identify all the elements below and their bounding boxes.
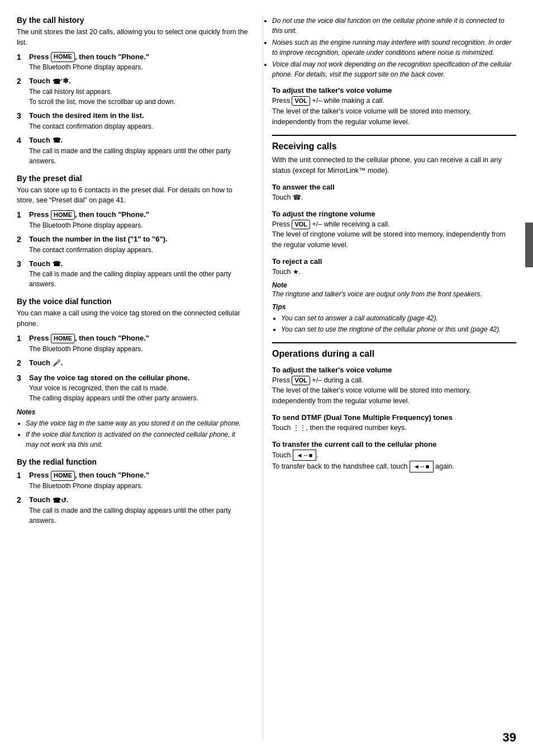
redial-title: By the redial function xyxy=(17,457,249,466)
step-content: Touch ☎↺. The call is made and the calli… xyxy=(29,494,249,526)
step-item: 1 Press HOME, then touch "Phone." The Bl… xyxy=(17,333,249,354)
call-icon: ☎ xyxy=(53,259,61,269)
note-label: Note xyxy=(272,281,287,289)
dtmf-text: Touch ⋮⋮, then the required number keys. xyxy=(272,423,516,433)
receiving-calls-title: Receiving calls xyxy=(272,141,516,152)
step-number: 3 xyxy=(17,110,26,131)
voice-dial-steps: 1 Press HOME, then touch "Phone." The Bl… xyxy=(17,333,249,404)
answer-call-text: Touch ☎. xyxy=(272,192,516,203)
page-number: 39 xyxy=(503,730,516,745)
step-bold: Touch ☎. xyxy=(29,136,63,144)
answer-call-title: To answer the call xyxy=(272,183,516,191)
operations-title: Operations during a call xyxy=(272,349,516,359)
step-content: Touch ☎’❄. The call history list appears… xyxy=(29,75,175,107)
dtmf-icon: ⋮⋮ xyxy=(293,423,306,433)
history-icon: ☎’ xyxy=(53,77,63,87)
step-sub: The call is made and the calling display… xyxy=(29,269,249,289)
notes-label: Notes xyxy=(17,408,35,416)
step-item: 2 Touch ☎’❄. The call history list appea… xyxy=(17,75,249,107)
redial-icon: ☎↺ xyxy=(53,495,66,505)
step-item: 3 Touch ☎. The call is made and the call… xyxy=(17,258,249,290)
step-number: 1 xyxy=(17,51,26,73)
warning-item: Do not use the voice dial function on th… xyxy=(272,16,516,36)
answer-call-icon: ☎ xyxy=(293,192,301,202)
step-item: 2 Touch ☎↺. The call is made and the cal… xyxy=(17,494,249,526)
step-item: 3 Say the voice tag stored on the cellul… xyxy=(17,372,249,404)
transfer-text: Touch ◄↔■. To transfer back to the hands… xyxy=(272,450,516,472)
left-column: By the call history The unit stores the … xyxy=(17,16,263,740)
reject-note: Note The ringtone and talker's voice are… xyxy=(272,281,516,299)
step-number: 3 xyxy=(17,372,26,404)
warning-item: Noises such as the engine running may in… xyxy=(272,37,516,58)
step-sub: Your voice is recognized, then the call … xyxy=(29,383,198,403)
step-bold: Press HOME, then touch "Phone." xyxy=(29,334,149,342)
step-content: Say the voice tag stored on the cellular… xyxy=(29,372,198,404)
step-sub: The Bluetooth Phone display appears. xyxy=(29,62,149,72)
note-item: Say the voice tag in the same way as you… xyxy=(26,418,249,428)
warnings-list: Do not use the voice dial function on th… xyxy=(272,16,516,79)
step-content: Press HOME, then touch "Phone." The Blue… xyxy=(29,333,149,354)
step-number: 1 xyxy=(17,333,26,354)
step-sub: The call history list appears.To scroll … xyxy=(29,87,175,107)
vol-key-2: VOL xyxy=(292,220,310,229)
home-key: HOME xyxy=(51,334,75,343)
divider-2 xyxy=(272,342,516,343)
step-bold: Press HOME, then touch "Phone." xyxy=(29,471,149,479)
divider-1 xyxy=(272,135,516,136)
step-item: 1 Press HOME, then touch "Phone." The Bl… xyxy=(17,209,249,230)
call-icon: ☎ xyxy=(53,135,61,145)
dtmf-title: To send DTMF (Dual Tone Multiple Frequen… xyxy=(272,413,516,422)
step-sub: The Bluetooth Phone display appears. xyxy=(29,220,149,230)
reject-icon: ★ xyxy=(293,267,299,277)
transfer-title: To transfer the current call to the cell… xyxy=(272,440,516,448)
ringtone-volume-text: Press VOL +/– while receiving a call. Th… xyxy=(272,219,516,251)
warning-item: Voice dial may not work depending on the… xyxy=(272,59,516,79)
home-key: HOME xyxy=(51,471,75,480)
step-content: Touch 🎤. xyxy=(29,357,63,369)
step-item: 1 Press HOME, then touch "Phone." The Bl… xyxy=(17,470,249,491)
right-column: Do not use the voice dial function on th… xyxy=(263,16,516,740)
transfer-icon: ◄↔■ xyxy=(293,450,317,461)
ringtone-volume-title: To adjust the ringtone volume xyxy=(272,210,516,218)
reject-call-title: To reject a call xyxy=(272,257,516,266)
accent-bar xyxy=(525,223,533,267)
receiving-calls-intro: With the unit connected to the cellular … xyxy=(272,155,516,176)
ops-talker-volume-title: To adjust the talker's voice volume xyxy=(272,366,516,374)
tips-label: Tips xyxy=(272,303,285,311)
home-key: HOME xyxy=(51,52,75,62)
note-text: The ringtone and talker's voice are outp… xyxy=(272,289,516,299)
step-sub: The contact confirmation display appears… xyxy=(29,245,168,255)
call-history-intro: The unit stores the last 20 calls, allow… xyxy=(17,27,249,48)
step-bold: Say the voice tag stored on the cellular… xyxy=(29,374,190,382)
step-bold: Touch ☎. xyxy=(29,259,63,268)
tips-block: Tips You can set to answer a call automa… xyxy=(272,303,516,334)
notes-list: Say the voice tag in the same way as you… xyxy=(17,418,249,450)
call-history-title: By the call history xyxy=(17,16,249,25)
step-bold: Press HOME, then touch "Phone." xyxy=(29,210,149,219)
step-content: Touch the number in the list ("1" to "6"… xyxy=(29,234,168,255)
reject-call-text: Touch ★. xyxy=(272,267,516,277)
step-bold: Touch the desired item in the list. xyxy=(29,111,144,120)
transfer-icon-2: ◄↔■ xyxy=(410,461,434,472)
step-number: 2 xyxy=(17,75,26,107)
note-item: If the voice dial function is activated … xyxy=(26,429,249,450)
step-bold: Touch the number in the list ("1" to "6"… xyxy=(29,235,168,243)
step-content: Touch the desired item in the list. The … xyxy=(29,110,153,131)
preset-dial-steps: 1 Press HOME, then touch "Phone." The Bl… xyxy=(17,209,249,289)
step-content: Press HOME, then touch "Phone." The Blue… xyxy=(29,51,149,73)
call-history-steps: 1 Press HOME, then touch "Phone." The Bl… xyxy=(17,51,249,166)
step-item: 4 Touch ☎. The call is made and the call… xyxy=(17,135,249,166)
step-number: 2 xyxy=(17,357,26,369)
step-item: 2 Touch 🎤. xyxy=(17,357,249,369)
step-sub: The contact confirmation display appears… xyxy=(29,121,153,131)
step-bold: Press HOME, then touch "Phone." xyxy=(29,53,149,61)
step-content: Touch ☎. The call is made and the callin… xyxy=(29,258,249,290)
step-content: Press HOME, then touch "Phone." The Blue… xyxy=(29,209,149,230)
home-key: HOME xyxy=(51,210,75,220)
ops-talker-volume-text: Press VOL +/– during a call. The level o… xyxy=(272,375,516,407)
tips-list: You can set to answer a call automatical… xyxy=(272,313,516,334)
step-sub: The Bluetooth Phone display appears. xyxy=(29,344,149,354)
vol-key: VOL xyxy=(292,96,310,106)
tip-item: You can set to use the ringtone of the c… xyxy=(281,324,516,334)
step-content: Touch ☎. The call is made and the callin… xyxy=(29,135,249,166)
